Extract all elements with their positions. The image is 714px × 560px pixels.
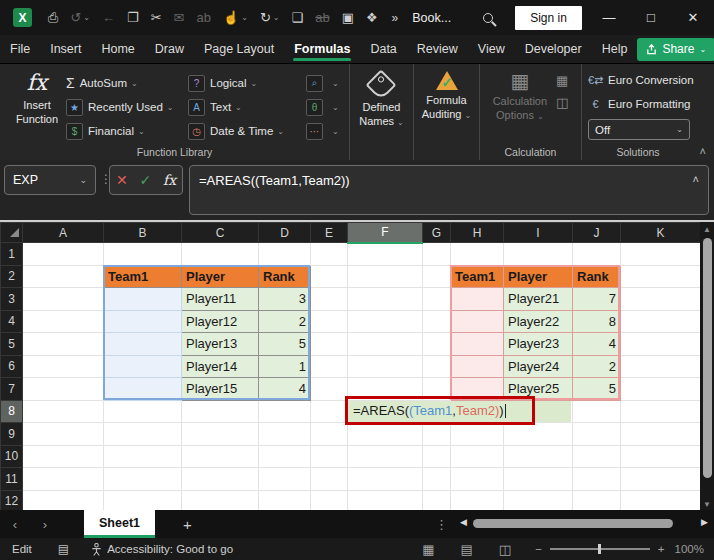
cell-K4[interactable]	[621, 310, 701, 333]
cell-I10[interactable]	[504, 445, 573, 468]
collapse-ribbon-icon[interactable]: ˄	[700, 145, 706, 157]
cell-K1[interactable]	[621, 243, 701, 266]
scroll-up-icon[interactable]: ▲	[700, 225, 714, 234]
cell-F6[interactable]	[348, 355, 423, 378]
qat-overflow-icon[interactable]: »	[392, 11, 399, 25]
cell-F4[interactable]	[348, 310, 423, 333]
lookup-reference-icon[interactable]: ⌕⌄	[306, 72, 348, 94]
cell-G7[interactable]	[423, 378, 451, 401]
column-header-F[interactable]: F	[348, 223, 423, 243]
cell-A9[interactable]	[23, 423, 104, 446]
cell-C10[interactable]	[182, 445, 259, 468]
cell-B8[interactable]	[104, 400, 182, 423]
defined-names-button[interactable]: DefinedNames ⌄	[359, 69, 404, 130]
cell-K7[interactable]	[621, 378, 701, 401]
column-header-J[interactable]: J	[573, 223, 621, 243]
redo-icon[interactable]: ↻⌄	[254, 6, 286, 30]
column-header-B[interactable]: B	[104, 223, 182, 243]
cell-K11[interactable]	[621, 468, 701, 491]
cell-C3[interactable]: Player11	[182, 288, 259, 311]
cell-J11[interactable]	[573, 468, 621, 491]
cell-E7[interactable]	[311, 378, 348, 401]
collapse-formula-bar-icon[interactable]: ˄	[693, 173, 699, 185]
cell-C2[interactable]: Player	[182, 265, 259, 288]
cell-J4[interactable]: 8	[573, 310, 621, 333]
cell-J1[interactable]	[573, 243, 621, 266]
cell-I3[interactable]: Player21	[504, 288, 573, 311]
tab-draw[interactable]: Draw	[145, 35, 194, 63]
column-header-C[interactable]: C	[182, 223, 259, 243]
enter-icon[interactable]: ✓	[139, 172, 151, 188]
cell-H3[interactable]	[451, 288, 504, 311]
cell-I4[interactable]: Player22	[504, 310, 573, 333]
cell-J3[interactable]: 7	[573, 288, 621, 311]
cell-E9[interactable]	[311, 423, 348, 446]
row-header-5[interactable]: 5	[1, 333, 23, 356]
cell-C5[interactable]: Player13	[182, 333, 259, 356]
cell-F11[interactable]	[348, 468, 423, 491]
cell-J8[interactable]	[573, 400, 621, 423]
row-header-2[interactable]: 2	[1, 265, 23, 288]
cell-F7[interactable]	[348, 378, 423, 401]
cell-I9[interactable]	[504, 423, 573, 446]
cell-D10[interactable]	[259, 445, 311, 468]
cell-K9[interactable]	[621, 423, 701, 446]
cell-F9[interactable]	[348, 423, 423, 446]
autosum-button[interactable]: ΣAutoSum⌄	[66, 72, 188, 94]
recently-used-button[interactable]: ★Recently Used⌄	[66, 96, 188, 118]
add-sheet-button[interactable]: +	[183, 516, 192, 533]
column-header-I[interactable]: I	[504, 223, 573, 243]
sheet-options-icon[interactable]: ⋮	[435, 517, 448, 532]
tab-page-layout[interactable]: Page Layout	[194, 35, 284, 63]
cell-E4[interactable]	[311, 310, 348, 333]
cell-I2[interactable]: Player	[504, 265, 573, 288]
vertical-scrollbar[interactable]: ▲ ▼	[700, 222, 714, 512]
cell-J7[interactable]: 5	[573, 378, 621, 401]
cell-G9[interactable]	[423, 423, 451, 446]
column-header-K[interactable]: K	[621, 223, 701, 243]
cell-E5[interactable]	[311, 333, 348, 356]
cell-B1[interactable]	[104, 243, 182, 266]
cell-G10[interactable]	[423, 445, 451, 468]
calculation-options-button[interactable]: ▦ CalculationOptions ⌄	[493, 69, 547, 124]
calculate-sheet-icon[interactable]: ◫	[556, 96, 568, 109]
euro-conversion-button[interactable]: €⇄ Euro Conversion	[588, 69, 694, 91]
cell-B4[interactable]	[104, 310, 182, 333]
cell-I5[interactable]: Player23	[504, 333, 573, 356]
column-header-G[interactable]: G	[423, 223, 451, 243]
cell-B5[interactable]	[104, 333, 182, 356]
cancel-icon[interactable]: ✕	[116, 172, 128, 188]
tab-review[interactable]: Review	[407, 35, 468, 63]
cell-C11[interactable]	[182, 468, 259, 491]
cell-J9[interactable]	[573, 423, 621, 446]
cell-H10[interactable]	[451, 445, 504, 468]
select-all-corner[interactable]	[1, 223, 23, 243]
search-icon[interactable]	[483, 9, 493, 27]
cell-E8[interactable]	[311, 400, 348, 423]
more-functions-icon[interactable]: ⋯⌄	[306, 120, 348, 142]
row-header-1[interactable]: 1	[1, 243, 23, 266]
cell-E10[interactable]	[311, 445, 348, 468]
cell-E11[interactable]	[311, 468, 348, 491]
camera-icon[interactable]: ▣	[336, 6, 360, 30]
horizontal-scroll-thumb[interactable]	[473, 519, 673, 528]
cell-A3[interactable]	[23, 288, 104, 311]
cell-H1[interactable]	[451, 243, 504, 266]
cell-D4[interactable]: 2	[259, 310, 311, 333]
copy-icon[interactable]: ❐	[121, 6, 145, 30]
cell-J2[interactable]: Rank	[573, 265, 621, 288]
cell-I1[interactable]	[504, 243, 573, 266]
cell-F10[interactable]	[348, 445, 423, 468]
cell-A4[interactable]	[23, 310, 104, 333]
cell-D5[interactable]: 5	[259, 333, 311, 356]
tab-home[interactable]: Home	[91, 35, 144, 63]
cell-K10[interactable]	[621, 445, 701, 468]
logical-button[interactable]: ?Logical⌄	[188, 72, 306, 94]
insert-function-button[interactable]: fx InsertFunction	[8, 69, 66, 126]
cell-K6[interactable]	[621, 355, 701, 378]
cell-H2[interactable]: Team1	[451, 265, 504, 288]
cell-C9[interactable]	[182, 423, 259, 446]
cell-B2[interactable]: Team1	[104, 265, 182, 288]
sheet-tab-sheet1[interactable]: Sheet1	[84, 510, 155, 538]
cell-G4[interactable]	[423, 310, 451, 333]
